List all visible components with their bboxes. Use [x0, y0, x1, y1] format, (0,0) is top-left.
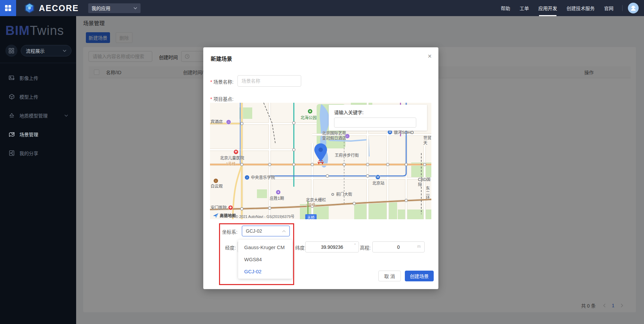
menu-official-site[interactable]: 官网	[604, 0, 613, 16]
scene-name-label: 场景名称:	[210, 78, 233, 85]
coord-option-gcj02[interactable]: GCJ-02	[238, 265, 292, 277]
left-sidebar: BIMTwins 流程展示	[0, 16, 76, 324]
keyword-label: 请输入关键字:	[334, 109, 364, 115]
coord-option-wgs84[interactable]: WGS84	[238, 253, 292, 265]
sidebar-item-label: 模型上传	[19, 93, 76, 100]
longitude-label: 经度:	[225, 244, 236, 251]
close-icon[interactable]: ×	[428, 53, 432, 59]
map-label: 白云观	[211, 184, 223, 189]
shop-poi-icon: ♦	[276, 190, 281, 195]
map-label: 北海公园	[301, 115, 317, 121]
aecore-logo-icon	[23, 2, 36, 14]
sidebar-item-my-shares[interactable]: 我的分享	[0, 144, 76, 163]
map-label: 王府井步行街	[335, 153, 359, 158]
chevron-up-icon	[282, 230, 286, 232]
model-upload-icon	[9, 94, 15, 100]
sidebar-item-label: 场景管理	[19, 131, 76, 138]
chevron-down-icon	[64, 114, 68, 117]
music-school-poi-icon: ♪	[245, 175, 250, 180]
sidebar-item-model-upload[interactable]: 模型上传	[0, 87, 76, 106]
coord-system-label: 坐标系:	[222, 228, 237, 235]
map-label: 中央音乐学院	[251, 175, 275, 180]
logo-twins: Twins	[30, 24, 64, 38]
mode-row: 流程展示	[5, 45, 71, 57]
hospital-poi-icon: ✚	[233, 149, 238, 154]
amap-logo-text: 高德地图	[220, 213, 236, 218]
map-label: 7号线	[306, 202, 315, 208]
image-upload-icon	[9, 75, 15, 81]
menu-help[interactable]: 帮助	[501, 0, 510, 16]
modal-title: 新建场景	[211, 54, 232, 62]
coord-system-select[interactable]: GCJ-02	[242, 226, 290, 236]
latitude-input[interactable]	[305, 241, 359, 252]
coord-option-gauss-kruger[interactable]: Gauss-Kruger CM	[238, 241, 292, 253]
metro-poi-icon: M	[375, 175, 380, 180]
layout-grid-button[interactable]	[5, 45, 17, 57]
map-label: 北京站	[372, 181, 384, 186]
chevron-down-icon	[63, 50, 66, 52]
cancel-button[interactable]: 取 消	[378, 271, 401, 281]
scene-map-pin-icon	[9, 131, 15, 137]
application-window: AECORE 我的应用 帮助 工单 应用开发 创建技术服务 官网	[0, 0, 644, 324]
coord-system-value: GCJ-02	[246, 228, 282, 234]
menu-create-tech-service[interactable]: 创建技术服务	[567, 0, 595, 16]
meter-unit: m	[417, 244, 421, 249]
map-label: 安门医院	[211, 205, 227, 211]
brand-logo: AECORE	[23, 2, 79, 14]
new-scene-modal: 新建场景 × 场景名称: 项目基点:	[203, 47, 438, 289]
mode-select-value: 流程展示	[26, 47, 63, 54]
map-attribution: © 2021 AutoNavi - GS(2019)6379号	[235, 215, 294, 219]
amap-logo: 高德地图	[213, 213, 236, 218]
map-label: 北京大栅栏	[306, 198, 326, 203]
map-label: 银河SOHO	[394, 130, 414, 135]
map-label-tag: 天桥	[305, 214, 317, 219]
app-launcher-button[interactable]	[0, 0, 16, 16]
app-grid-icon	[5, 5, 11, 11]
map-label: 北京国际艺苑 皇冠假日酒店	[322, 131, 346, 141]
sidebar-item-scene-management[interactable]: 场景管理	[0, 125, 76, 144]
engineer-avatar-icon	[630, 5, 637, 11]
sidebar-item-label: 影像上传	[19, 75, 76, 81]
menu-workorder[interactable]: 工单	[520, 0, 529, 16]
amap-logo-icon	[213, 213, 219, 218]
station-dot-icon	[331, 193, 334, 196]
park-poi-icon: ♣	[308, 109, 313, 114]
chevron-down-icon	[133, 7, 137, 9]
sidebar-item-image-upload[interactable]: 影像上传	[0, 68, 76, 87]
map-label: 庄胜1期	[270, 196, 284, 201]
sidebar-divider	[0, 63, 76, 63]
sidebar-item-geology-model[interactable]: 地质模型管理	[0, 106, 76, 125]
latitude-label: 纬度:	[295, 244, 306, 251]
menu-app-dev[interactable]: 应用开发	[538, 0, 557, 16]
share-icon	[9, 150, 15, 156]
app-select-dropdown[interactable]: 我的应用	[88, 3, 141, 13]
logo-bim: BIM	[5, 24, 30, 38]
hospital-poi-icon: ✚	[228, 205, 233, 210]
coord-system-dropdown: Gauss-Kruger CM WGS84 GCJ-02	[238, 240, 292, 279]
altitude-label: 高程:	[360, 244, 371, 251]
altitude-input[interactable]	[372, 241, 425, 252]
menu-divider	[622, 5, 623, 11]
bimtwins-logo: BIMTwins	[0, 16, 76, 38]
base-point-label: 项目基点:	[210, 95, 233, 102]
map-label: 世贸天	[423, 136, 431, 146]
mode-select-dropdown[interactable]: 流程展示	[21, 45, 71, 56]
temple-poi-icon: ⌂	[213, 178, 218, 183]
keyword-search-panel: 请输入关键字:	[329, 105, 427, 131]
degree-unit: °	[354, 243, 356, 247]
top-navigation-bar: AECORE 我的应用 帮助 工单 应用开发 创建技术服务 官网	[0, 0, 644, 16]
hotel-poi-icon: ⌂	[226, 120, 231, 125]
sidebar-item-label: 地质模型管理	[19, 112, 64, 119]
map-label: 北京儿童医院	[220, 156, 244, 161]
map-label: 前门大街	[336, 192, 352, 197]
top-menu: 帮助 工单 应用开发 创建技术服务 官网	[496, 0, 644, 16]
map-label: 宾酒店	[211, 120, 223, 125]
app-select-value: 我的应用	[92, 5, 133, 11]
keyword-input[interactable]	[334, 118, 416, 128]
map-label: 东二环	[425, 186, 430, 200]
scene-name-input[interactable]	[237, 75, 301, 87]
create-scene-button[interactable]: 创建场景	[405, 271, 434, 281]
map-label: 1号线	[226, 162, 235, 167]
user-avatar[interactable]	[628, 3, 639, 13]
grid-icon	[9, 48, 14, 53]
